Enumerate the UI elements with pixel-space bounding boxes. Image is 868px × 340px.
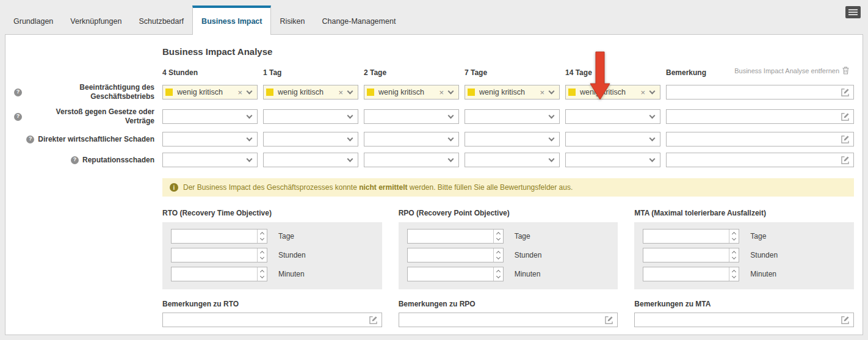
info-icon: i [170, 183, 178, 192]
spinner-arrows-icon[interactable] [257, 230, 267, 243]
minuten-spinner[interactable] [643, 267, 739, 281]
rating-dropdown[interactable]: wenig kritisch × [565, 85, 660, 99]
spinner-row: Tage [643, 229, 845, 244]
chevron-down-icon[interactable] [247, 88, 253, 94]
chevron-down-icon[interactable] [448, 112, 454, 118]
chevron-down-icon[interactable] [649, 88, 656, 94]
rating-dropdown[interactable] [565, 132, 660, 146]
spinner-arrows-icon[interactable] [729, 230, 739, 243]
mta-remarks: Bemerkungen zu MTA [634, 300, 854, 327]
rto-title: RTO (Recovery Time Objective) [162, 209, 382, 217]
help-icon[interactable]: ? [14, 113, 22, 121]
rating-dropdown[interactable] [465, 153, 560, 167]
remove-bia-label: Business Impact Analyse entfernen [734, 67, 839, 74]
chevron-down-icon[interactable] [347, 135, 353, 141]
edit-icon[interactable] [605, 316, 613, 324]
clear-icon[interactable]: × [335, 88, 346, 97]
spinner-row: Minuten [643, 267, 845, 281]
menu-button[interactable] [845, 6, 861, 18]
rpo-remarks-input[interactable] [399, 313, 618, 327]
help-icon[interactable]: ? [14, 89, 22, 96]
chevron-down-icon[interactable] [247, 112, 253, 118]
rto-section: RTO (Recovery Time Objective) Tage Stund… [162, 209, 382, 289]
chevron-down-icon[interactable] [247, 135, 253, 141]
rating-dropdown[interactable] [263, 132, 358, 146]
spinner-arrows-icon[interactable] [729, 248, 739, 262]
rating-dropdown[interactable] [565, 153, 660, 167]
chevron-down-icon[interactable] [448, 156, 454, 162]
rating-dropdown[interactable] [364, 132, 459, 146]
rating-dropdown[interactable] [364, 109, 459, 124]
edit-icon[interactable] [369, 316, 377, 324]
rating-dropdown[interactable] [162, 109, 258, 124]
chevron-down-icon[interactable] [347, 112, 353, 118]
tab-verknuepfungen[interactable]: Verknüpfungen [62, 5, 130, 34]
spinner-arrows-icon[interactable] [257, 248, 267, 262]
tab-change-management[interactable]: Change-Management [313, 5, 404, 34]
chevron-down-icon[interactable] [448, 88, 454, 94]
tab-grundlagen[interactable]: Grundlagen [5, 5, 62, 34]
spinner-arrows-icon[interactable] [257, 267, 267, 281]
help-icon[interactable]: ? [26, 136, 34, 143]
chevron-down-icon[interactable] [448, 135, 454, 141]
chevron-down-icon[interactable] [549, 135, 555, 141]
remark-input[interactable] [666, 109, 854, 124]
spinner-arrows-icon[interactable] [493, 267, 503, 281]
mta-remarks-input[interactable] [634, 313, 854, 327]
rating-dropdown[interactable] [263, 109, 358, 124]
clear-icon[interactable]: × [537, 88, 548, 97]
chevron-down-icon[interactable] [549, 88, 555, 94]
clear-icon[interactable]: × [637, 88, 648, 97]
chevron-down-icon[interactable] [347, 156, 353, 162]
tab-risiken[interactable]: Risiken [271, 5, 313, 34]
clear-icon[interactable]: × [436, 88, 447, 97]
edit-icon[interactable] [841, 316, 849, 324]
tab-business-impact[interactable]: Business Impact [192, 5, 271, 35]
chevron-down-icon[interactable] [649, 112, 656, 118]
spinner-arrows-icon[interactable] [729, 267, 739, 281]
edit-icon[interactable] [841, 136, 849, 143]
spinner-row: Tage [407, 229, 610, 244]
spinner-arrows-icon[interactable] [493, 230, 503, 243]
tab-schutzbedarf[interactable]: Schutzbedarf [130, 5, 192, 34]
chevron-down-icon[interactable] [247, 156, 253, 162]
spinner-arrows-icon[interactable] [493, 248, 503, 262]
chevron-down-icon[interactable] [347, 88, 353, 94]
stunden-spinner[interactable] [171, 248, 267, 262]
clear-icon[interactable]: × [234, 88, 245, 97]
rating-dropdown[interactable] [465, 132, 560, 146]
remove-bia-link[interactable]: Business Impact Analyse entfernen [734, 67, 849, 74]
rto-remarks-input[interactable] [162, 313, 382, 327]
tage-spinner[interactable] [171, 229, 267, 244]
stunden-spinner[interactable] [643, 248, 739, 262]
rating-dropdown[interactable] [263, 153, 358, 167]
minuten-spinner[interactable] [407, 267, 504, 281]
chevron-down-icon[interactable] [549, 112, 555, 118]
spinner-label: Minuten [278, 270, 305, 278]
rating-dropdown[interactable]: wenig kritisch × [364, 85, 459, 99]
edit-icon[interactable] [841, 113, 849, 121]
rating-dropdown[interactable]: wenig kritisch × [162, 85, 258, 99]
chevron-down-icon[interactable] [649, 156, 656, 162]
help-icon[interactable]: ? [71, 156, 79, 164]
rating-dropdown[interactable] [364, 153, 459, 167]
rating-color-indicator [165, 89, 173, 96]
rating-dropdown[interactable] [465, 109, 560, 124]
rating-dropdown[interactable] [565, 109, 660, 124]
tage-spinner[interactable] [643, 229, 739, 244]
mta-remarks-label: Bemerkungen zu MTA [634, 300, 854, 308]
chevron-down-icon[interactable] [549, 156, 555, 162]
edit-icon[interactable] [841, 156, 849, 164]
edit-icon[interactable] [841, 89, 849, 96]
rating-dropdown[interactable] [162, 153, 258, 167]
remark-input[interactable] [666, 85, 854, 99]
chevron-down-icon[interactable] [649, 135, 656, 141]
minuten-spinner[interactable] [171, 267, 267, 281]
stunden-spinner[interactable] [407, 248, 504, 262]
tage-spinner[interactable] [407, 229, 504, 244]
rating-dropdown[interactable]: wenig kritisch × [465, 85, 560, 99]
rating-dropdown[interactable]: wenig kritisch × [263, 85, 358, 99]
rating-dropdown[interactable] [162, 132, 258, 146]
remark-input[interactable] [666, 153, 854, 167]
remark-input[interactable] [666, 132, 854, 146]
